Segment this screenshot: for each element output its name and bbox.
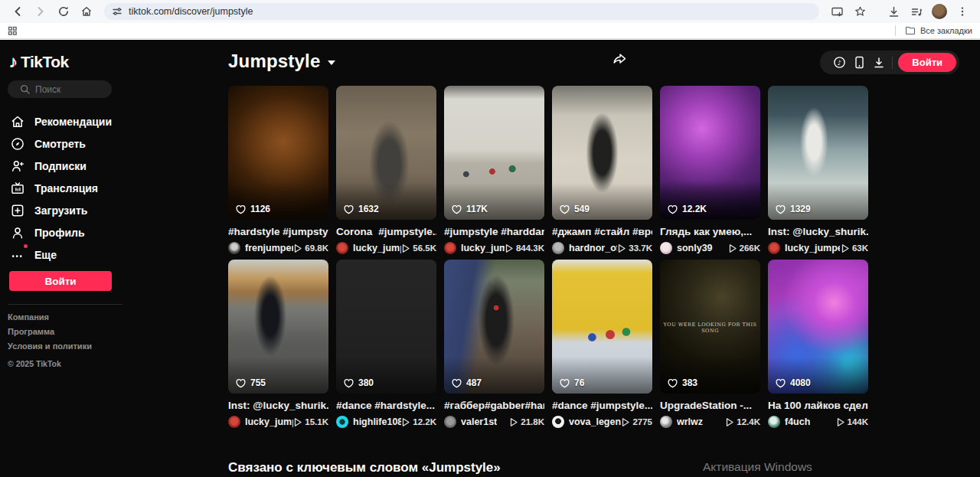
video-title[interactable]: Corona#jumpstyle... [336, 225, 436, 238]
video-card: 755 Inst: @lucky_shurik... lucky_jumper … [228, 260, 328, 428]
tiktok-logo[interactable]: ♪ TikTok [9, 52, 69, 72]
author-name[interactable]: f4uch [785, 417, 810, 427]
video-title[interactable]: На 100 лайков сделаю... [768, 399, 868, 412]
footer-link-terms[interactable]: Условия и политики [8, 341, 92, 351]
video-card: 1329 Inst: @lucky_shurik... lucky_jumper… [768, 86, 868, 254]
author-avatar[interactable] [768, 242, 780, 254]
bookmark-star-icon[interactable] [851, 2, 869, 21]
search-input[interactable]: Поиск [8, 80, 112, 98]
video-thumbnail[interactable]: 487 [444, 260, 544, 394]
downloads-icon[interactable] [884, 2, 903, 21]
video-thumbnail[interactable]: 4080 [768, 260, 868, 394]
author-avatar[interactable] [228, 416, 240, 428]
sidebar-item-profile[interactable]: Профиль [0, 221, 184, 243]
like-count: 1126 [235, 204, 270, 214]
author-avatar[interactable] [552, 416, 564, 428]
video-title[interactable]: #dance #hardstyle... [336, 399, 436, 412]
view-count: 12.2K [401, 417, 436, 427]
apps-grid-icon[interactable] [8, 26, 18, 36]
author-name[interactable]: lucky_jumper [785, 243, 840, 253]
save-page-icon[interactable] [828, 2, 846, 21]
keyword-dropdown[interactable]: Jumpstyle [228, 51, 335, 72]
video-thumbnail[interactable]: 117K [444, 86, 544, 220]
author-avatar[interactable] [444, 416, 456, 428]
notification-dot [24, 244, 28, 248]
video-thumbnail[interactable]: 12.2K [660, 86, 760, 220]
sidebar-item-upload[interactable]: Загрузить [0, 199, 184, 221]
video-card: 4080 На 100 лайков сделаю... f4uch 144K [768, 260, 868, 428]
share-button[interactable] [612, 53, 627, 67]
sidebar-item-live[interactable]: Трансляция [0, 177, 184, 199]
view-count: 15.1K [293, 417, 328, 427]
author-name[interactable]: lucky_jumper [353, 243, 401, 253]
view-count: 33.7K [617, 243, 652, 253]
sidebar-item-more[interactable]: Еще [0, 243, 184, 266]
author-avatar[interactable] [336, 416, 348, 428]
video-card: 380 #dance #hardstyle... highlife108 12.… [336, 260, 436, 428]
footer-link-program[interactable]: Программа [8, 327, 92, 336]
like-count: 487 [451, 377, 482, 388]
author-avatar[interactable] [660, 242, 672, 254]
author-name[interactable]: lucky_jum... [461, 243, 505, 253]
video-title[interactable]: #габбер#gabber#hard... [444, 399, 544, 412]
view-count: 2775 [621, 417, 652, 427]
home-button[interactable] [77, 2, 96, 21]
video-thumbnail[interactable]: 1329 [768, 86, 868, 220]
video-title[interactable]: #dance #jumpstyle... [552, 399, 652, 412]
site-settings-icon[interactable] [112, 6, 122, 17]
video-thumbnail[interactable]: 76 [552, 260, 652, 394]
reload-button[interactable] [54, 2, 73, 21]
download-app-icon[interactable] [869, 53, 889, 73]
video-card: 76 #dance #jumpstyle... vova_legend 2775 [552, 260, 652, 428]
view-count: 844.3K [505, 243, 544, 253]
back-button[interactable] [8, 2, 27, 21]
video-thumbnail[interactable]: 755 [228, 260, 328, 394]
all-bookmarks[interactable]: Все закладки [895, 25, 972, 36]
video-thumbnail[interactable]: YOU WERE LOOKING FOR THIS SONG 383 [660, 260, 760, 394]
author-name[interactable]: wrlwz [677, 417, 703, 427]
media-list-icon[interactable] [907, 2, 926, 21]
author-avatar[interactable] [336, 242, 348, 254]
author-name[interactable]: highlife108 [353, 417, 401, 427]
author-name[interactable]: sonly39 [677, 243, 713, 253]
footer-link-company[interactable]: Компания [8, 312, 92, 322]
author-avatar[interactable] [660, 416, 672, 428]
author-name[interactable]: lucky_jumper [245, 417, 293, 427]
video-title[interactable]: UpgradeStation -... [660, 399, 760, 412]
browser-menu-icon[interactable] [953, 2, 972, 21]
video-title[interactable]: #джамп #стайл #врек... [552, 225, 652, 238]
video-thumbnail[interactable]: 549 [552, 86, 652, 220]
video-title[interactable]: #hardstyle #jumpstyle... [228, 225, 328, 238]
video-title[interactable]: Inst: @lucky_shurik... [768, 225, 868, 238]
author-avatar[interactable] [444, 242, 456, 254]
sidebar-item-explore[interactable]: Смотреть [0, 132, 184, 155]
sidebar-footer: Компания Программа Условия и политики © … [8, 312, 92, 370]
author-avatar[interactable] [552, 242, 564, 254]
author-name[interactable]: vova_legend [569, 417, 621, 427]
get-app-icon[interactable] [849, 53, 869, 73]
forward-button[interactable] [31, 2, 50, 21]
video-thumbnail[interactable]: 1126 [228, 86, 328, 220]
video-thumbnail[interactable]: 380 [336, 260, 436, 394]
video-card: 1632 Corona#jumpstyle... lucky_jumper 56… [336, 86, 436, 254]
video-meta: lucky_jumper 15.1K [228, 416, 328, 428]
author-avatar[interactable] [768, 416, 780, 428]
sidebar-login-button[interactable]: Войти [9, 271, 112, 291]
author-avatar[interactable] [228, 242, 240, 254]
video-title[interactable]: Inst: @lucky_shurik... [228, 399, 328, 412]
author-name[interactable]: hardnor_offi... [569, 243, 617, 253]
video-title[interactable]: Глядь как умею,... [660, 225, 760, 238]
author-name[interactable]: frenjumper [245, 243, 293, 253]
header-login-button[interactable]: Войти [898, 53, 956, 72]
video-thumbnail[interactable]: 1632 [336, 86, 436, 220]
sidebar: ♪ TikTok Поиск Рекомендации Смотреть [0, 40, 184, 477]
url-bar[interactable]: tiktok.com/discover/jumpstyle [104, 3, 819, 20]
video-title[interactable]: #jumpstyle #harddance... [444, 225, 544, 238]
browser-profile-avatar[interactable] [932, 4, 947, 19]
sidebar-item-recommendations[interactable]: Рекомендации [0, 110, 184, 132]
bookmarks-bar: Все закладки [0, 23, 980, 39]
coins-icon[interactable]: ♪ [829, 53, 849, 73]
author-name[interactable]: valer1st [461, 417, 497, 427]
bookmarks-divider [895, 25, 896, 36]
sidebar-item-following[interactable]: Подписки [0, 155, 184, 177]
